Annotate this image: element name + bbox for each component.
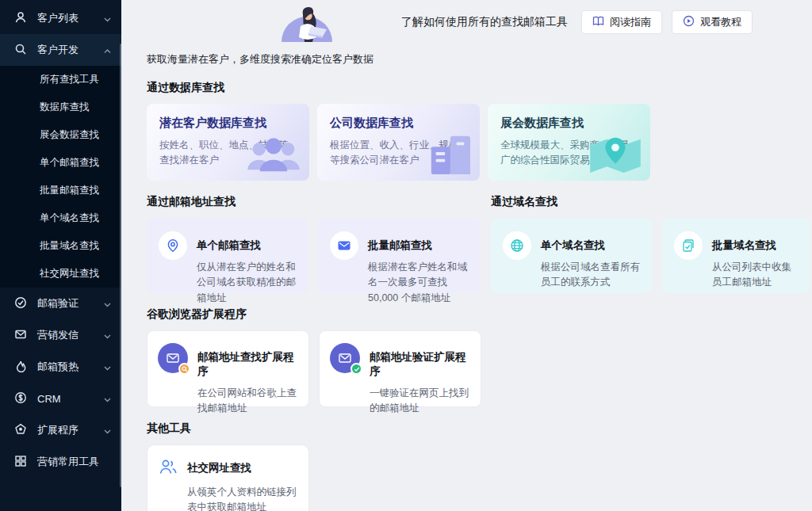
card-single-email-search[interactable]: 单个邮箱查找 仅从潜在客户的姓名和公司域名获取精准的邮箱地址 (147, 218, 308, 293)
extension-cards-row: 邮箱地址查找扩展程序 在公司网站和谷歌上查找邮箱地址 邮箱地址验证扩展程序 一键… (147, 330, 812, 407)
card-title: 批量邮箱查找 (368, 231, 470, 253)
checklist-icon (674, 231, 703, 260)
card-title: 公司数据库查找 (330, 116, 467, 131)
domain-group: 通过域名查找 单个域名查找 根据公司域名查看所有员工的联系方式 (491, 181, 812, 293)
card-title: 单个域名查找 (541, 231, 643, 253)
sidebar-item-marketing-tools[interactable]: 营销常用工具 (0, 446, 121, 478)
dollar-icon (14, 391, 27, 406)
card-title: 邮箱地址验证扩展程序 (370, 343, 470, 379)
check-circle-icon (14, 296, 27, 311)
card-lead-database-search[interactable]: 潜在客户数据库查找 按姓名、职位、地点、技能等查找潜在客户 (147, 104, 309, 181)
sidebar-subitem-all-tools[interactable]: 所有查找工具 (0, 66, 121, 93)
sidebar: 客户列表 客户开发 所有查找工具 数据库查找 展会数据查找 单个邮箱查找 批量邮… (0, 0, 121, 511)
email-domain-groups: 通过邮箱地址查找 单个邮箱查找 仅从潜在客户的姓名和公司域名获取精准的邮箱地址 (147, 181, 812, 293)
search-badge-icon (178, 363, 190, 375)
sidebar-item-email-warmup[interactable]: 邮箱预热 (0, 351, 121, 383)
card-desc: 根据潜在客户姓名和域名一次最多可查找 50,000 个邮箱地址 (368, 260, 470, 306)
card-desc: 从领英个人资料的链接列表中获取邮箱地址 (187, 485, 297, 511)
envelope-icon (330, 231, 358, 260)
card-desc: 从公司列表中收集员工邮箱地址 (712, 260, 800, 291)
card-single-domain-search[interactable]: 单个域名查找 根据公司域名查看所有员工的联系方式 (491, 218, 653, 293)
watch-tutorial-button[interactable]: 观看教程 (672, 10, 753, 34)
sidebar-subitem-bulk-email[interactable]: 批量邮箱查找 (0, 177, 121, 204)
woman-laptop-illustration (279, 2, 335, 42)
card-title: 展会数据库查找 (500, 116, 638, 131)
location-pin-icon (159, 231, 187, 260)
sidebar-item-email-verification[interactable]: 邮箱验证 (0, 288, 121, 319)
people-group-icon (243, 135, 304, 177)
card-title: 批量域名查找 (712, 231, 800, 253)
card-bulk-domain-search[interactable]: 批量域名查找 从公司列表中收集员工邮箱地址 (662, 218, 810, 293)
sidebar-subitem-social-url[interactable]: 社交网址查找 (0, 260, 121, 288)
chevron-down-icon (104, 298, 111, 310)
email-group: 通过邮箱地址查找 单个邮箱查找 仅从潜在客户的姓名和公司域名获取精准的邮箱地址 (147, 181, 480, 293)
topbar-help-text: 了解如何使用所有的查找邮箱工具 (401, 15, 568, 29)
section-title-other-tools: 其他工具 (147, 421, 812, 436)
sidebar-item-label: 客户开发 (37, 43, 104, 57)
card-email-finder-extension[interactable]: 邮箱地址查找扩展程序 在公司网站和谷歌上查找邮箱地址 (147, 330, 309, 407)
sidebar-item-label: 扩展程序 (37, 423, 104, 437)
sidebar-item-customer-development[interactable]: 客户开发 (0, 34, 121, 66)
card-desc: 仅从潜在客户的姓名和公司域名获取精准的邮箱地址 (197, 260, 299, 306)
sidebar-item-extensions[interactable]: 扩展程序 (0, 414, 121, 446)
chevron-up-icon (104, 44, 111, 56)
play-circle-icon (683, 15, 695, 29)
sidebar-item-label: 客户列表 (37, 11, 104, 25)
card-social-url-search[interactable]: 社交网址查找 从领英个人资料的链接列表中获取邮箱地址 (147, 444, 309, 511)
topbar: 了解如何使用所有的查找邮箱工具 阅读指南 观看教程 (147, 0, 812, 44)
chevron-down-icon (104, 330, 111, 341)
card-company-database-search[interactable]: 公司数据库查找 根据位置、收入、行业、规模等搜索公司潜在客户 (317, 104, 480, 181)
chevron-down-icon (104, 425, 111, 437)
globe-icon (503, 231, 531, 260)
section-title-extensions: 谷歌浏览器扩展程序 (147, 307, 812, 322)
map-pin-icon (585, 132, 645, 177)
card-desc: 在公司网站和谷歌上查找邮箱地址 (197, 386, 298, 417)
check-badge-icon (350, 363, 362, 375)
card-title: 社交网址查找 (187, 461, 251, 475)
card-bulk-email-search[interactable]: 批量邮箱查找 根据潜在客户姓名和域名一次最多可查找 50,000 个邮箱地址 (318, 218, 480, 293)
building-icon (424, 132, 475, 177)
sidebar-scrollbar[interactable] (120, 44, 121, 487)
sidebar-item-label: 邮箱验证 (37, 296, 104, 311)
sidebar-subitem-database-search[interactable]: 数据库查找 (0, 93, 121, 121)
sidebar-item-label: 邮箱预热 (37, 360, 104, 374)
watch-tutorial-label: 观看教程 (700, 15, 741, 29)
flame-icon (14, 360, 27, 375)
sidebar-submenu: 所有查找工具 数据库查找 展会数据查找 单个邮箱查找 批量邮箱查找 单个域名查找… (0, 66, 121, 288)
section-title-domain: 通过域名查找 (491, 195, 812, 209)
plugin-icon (14, 423, 27, 438)
card-title: 单个邮箱查找 (197, 231, 299, 253)
card-exhibition-database-search[interactable]: 展会数据库查找 全球规模最大、采购商来源最广的综合性国际贸易展会 (488, 104, 650, 181)
section-title-database: 通过数据库查找 (147, 81, 812, 95)
card-title: 邮箱地址查找扩展程序 (197, 343, 298, 379)
card-desc: 根据公司域名查看所有员工的联系方式 (541, 260, 643, 291)
sidebar-item-marketing-mail[interactable]: 营销发信 (0, 319, 121, 351)
page-intro: 获取海量潜在客户，多维度搜索准确定位客户数据 (147, 52, 812, 67)
social-people-icon (159, 458, 178, 479)
read-guide-button[interactable]: 阅读指南 (581, 10, 662, 34)
sidebar-item-customer-list[interactable]: 客户列表 (0, 2, 121, 34)
sidebar-subitem-single-email[interactable]: 单个邮箱查找 (0, 149, 121, 177)
sidebar-item-label: 营销发信 (37, 328, 104, 342)
card-email-verifier-extension[interactable]: 邮箱地址验证扩展程序 一键验证在网页上找到的邮箱地址 (319, 330, 481, 407)
database-cards-row: 潜在客户数据库查找 按姓名、职位、地点、技能等查找潜在客户 公司数据库查找 根据… (147, 104, 812, 181)
main-content: 了解如何使用所有的查找邮箱工具 阅读指南 观看教程 获取海量潜在客户，多维度搜索… (121, 0, 812, 511)
card-desc: 一键验证在网页上找到的邮箱地址 (370, 386, 470, 417)
sidebar-subitem-single-domain[interactable]: 单个域名查找 (0, 204, 121, 232)
read-guide-label: 阅读指南 (610, 15, 651, 29)
chevron-down-icon (104, 13, 111, 25)
sidebar-subitem-bulk-domain[interactable]: 批量域名查找 (0, 232, 121, 260)
sidebar-subitem-exhibition-data[interactable]: 展会数据查找 (0, 121, 121, 149)
book-icon (592, 16, 604, 29)
search-icon (14, 43, 27, 58)
card-title: 潜在客户数据库查找 (159, 116, 297, 131)
user-icon (14, 11, 27, 26)
sidebar-item-crm[interactable]: CRM (0, 383, 121, 414)
sidebar-item-label: CRM (37, 393, 104, 405)
chevron-down-icon (104, 361, 111, 373)
grid-icon (14, 455, 27, 470)
mail-icon (14, 328, 27, 343)
chevron-down-icon (104, 393, 111, 405)
sidebar-item-label: 营销常用工具 (37, 455, 111, 469)
section-title-email: 通过邮箱地址查找 (147, 195, 480, 209)
